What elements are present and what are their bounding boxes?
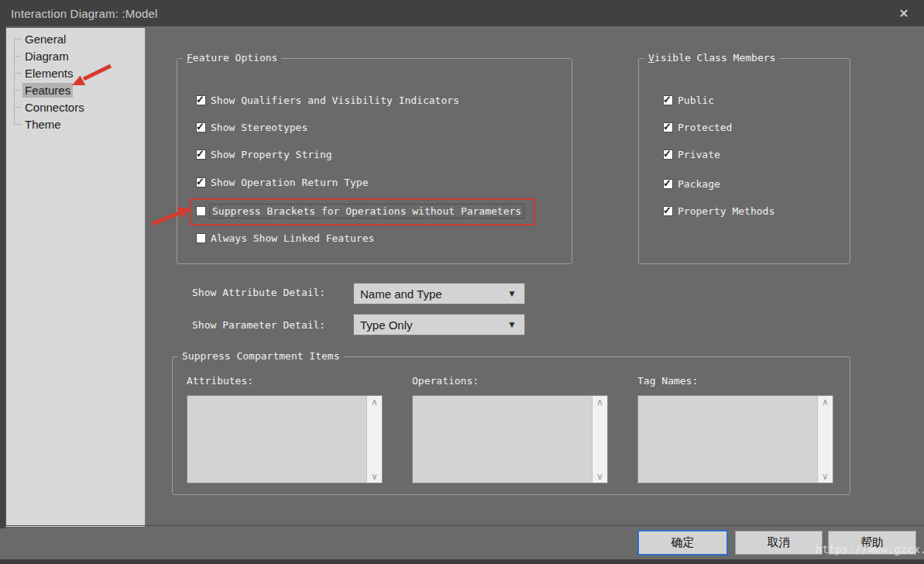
title-bar: Interaction Diagram: :Model ✕ xyxy=(0,0,924,26)
scroll-down-icon[interactable]: ∨ xyxy=(596,470,603,483)
tree-stub xyxy=(14,90,21,91)
checkbox-show-property-string[interactable]: ✓ xyxy=(196,150,206,160)
scroll-up-icon[interactable]: ∧ xyxy=(822,396,829,408)
scroll-up-icon[interactable]: ∧ xyxy=(371,396,378,408)
mnemonic-letter: V xyxy=(648,52,654,64)
scroll-down-icon[interactable]: ∨ xyxy=(822,470,829,483)
window-title: Interaction Diagram: :Model xyxy=(11,7,158,20)
chevron-down-icon: ▼ xyxy=(507,288,517,299)
checkbox-label[interactable]: Show Stereotypes xyxy=(211,122,307,133)
selected-value: Name and Type xyxy=(360,287,507,301)
check-icon: ✓ xyxy=(196,148,204,160)
feature-options-group: Feature Options ✓ Show Qualifiers and Vi… xyxy=(177,58,572,264)
parameter-detail-select[interactable]: Type Only ▼ xyxy=(353,314,525,335)
check-icon: ✓ xyxy=(663,94,672,105)
checkbox-row-private: ✓ Private xyxy=(663,146,720,163)
attributes-listbox[interactable]: ∧ ∨ xyxy=(187,395,383,483)
checkbox-always-show-linked[interactable]: ✓ xyxy=(196,233,206,243)
checkbox-row-show-stereotypes: ✓ Show Stereotypes xyxy=(196,119,307,136)
parameter-detail-label: Show Parameter Detail: xyxy=(192,319,325,331)
attribute-detail-select[interactable]: Name and Type ▼ xyxy=(353,283,525,304)
tag-names-listbox[interactable]: ∧ ∨ xyxy=(637,395,833,483)
tree-stub xyxy=(14,56,21,57)
scroll-up-icon[interactable]: ∧ xyxy=(596,396,603,408)
visible-class-members-group: Visible Class Members ✓ Public ✓ Protect… xyxy=(638,58,850,264)
parameter-detail-row: Show Parameter Detail: xyxy=(192,314,325,335)
checkbox-label[interactable]: Private xyxy=(678,149,720,160)
sidebar-item-connectors[interactable]: Connectors xyxy=(6,98,145,115)
dialog-window: Interaction Diagram: :Model ✕ General Di… xyxy=(0,0,924,564)
checkbox-label[interactable]: Show Property String xyxy=(211,149,332,160)
attribute-detail-label: Show Attribute Detail: xyxy=(192,287,325,298)
checkbox-label[interactable]: Property Methods xyxy=(678,205,775,217)
check-icon: ✓ xyxy=(663,177,672,189)
checkbox-label[interactable]: Show Operation Return Type xyxy=(211,177,369,188)
sidebar-item-label[interactable]: Connectors xyxy=(22,100,87,115)
title-rest: isible Class Members xyxy=(654,52,776,64)
checkbox-public[interactable]: ✓ xyxy=(663,95,673,105)
sidebar-item-label[interactable]: Features xyxy=(22,83,73,98)
checkbox-package[interactable]: ✓ xyxy=(663,179,673,189)
attributes-list-label: Attributes: xyxy=(187,375,253,387)
scrollbar[interactable]: ∧ ∨ xyxy=(366,396,382,483)
scrollbar[interactable]: ∧ ∨ xyxy=(592,396,607,483)
settings-sidebar: General Diagram Elements Features Connec… xyxy=(5,27,146,528)
check-icon: ✓ xyxy=(663,121,672,132)
checkbox-row-show-operation-return-type: ✓ Show Operation Return Type xyxy=(196,174,369,191)
checkbox-row-property-methods: ✓ Property Methods xyxy=(663,202,775,219)
check-icon: ✓ xyxy=(663,148,672,160)
watermark-text: https://www.gzcx.net xyxy=(816,543,924,555)
operations-list-label: Operations: xyxy=(412,375,479,387)
tree-stub xyxy=(14,107,21,108)
checkbox-row-public: ✓ Public xyxy=(663,91,714,108)
chevron-down-icon: ▼ xyxy=(507,319,517,330)
settings-tree: General Diagram Elements Features Connec… xyxy=(6,29,145,132)
checkbox-property-methods[interactable]: ✓ xyxy=(663,206,673,216)
sidebar-item-general[interactable]: General xyxy=(6,30,145,47)
check-icon: ✓ xyxy=(196,94,204,105)
close-icon[interactable]: ✕ xyxy=(893,3,915,23)
sidebar-item-elements[interactable]: Elements xyxy=(6,64,145,81)
sidebar-item-diagram[interactable]: Diagram xyxy=(6,47,145,64)
sidebar-item-label[interactable]: Elements xyxy=(22,66,76,81)
selected-value: Type Only xyxy=(360,318,507,332)
checkbox-private[interactable]: ✓ xyxy=(663,150,673,160)
checkbox-label[interactable]: Package xyxy=(678,178,720,190)
checkbox-show-qualifiers[interactable]: ✓ xyxy=(196,95,206,105)
window-bottom-edge xyxy=(0,559,924,564)
checkbox-label[interactable]: Always Show Linked Features xyxy=(211,232,374,244)
mnemonic-letter: F xyxy=(187,52,193,64)
footer-divider xyxy=(0,525,924,526)
checkbox-row-show-property-string: ✓ Show Property String xyxy=(196,146,332,163)
tree-stub xyxy=(14,73,21,74)
suppress-compartment-title: Suppress Compartment Items xyxy=(178,350,344,362)
checkbox-show-operation-return-type[interactable]: ✓ xyxy=(196,177,206,187)
check-icon: ✓ xyxy=(196,176,204,187)
checkbox-label[interactable]: Public xyxy=(678,95,714,106)
scroll-down-icon[interactable]: ∨ xyxy=(371,470,378,483)
sidebar-item-label[interactable]: Theme xyxy=(22,117,64,132)
scrollbar[interactable]: ∧ ∨ xyxy=(817,396,833,483)
check-icon: ✓ xyxy=(663,205,672,216)
operations-listbox[interactable]: ∧ ∨ xyxy=(412,395,608,483)
attribute-detail-row: Show Attribute Detail: xyxy=(192,281,325,303)
checkbox-row-always-show-linked: ✓ Always Show Linked Features xyxy=(196,229,374,246)
checkbox-protected[interactable]: ✓ xyxy=(663,122,673,132)
checkbox-row-show-qualifiers: ✓ Show Qualifiers and Visibility Indicat… xyxy=(196,91,459,108)
ok-button[interactable]: 确定 xyxy=(637,530,728,555)
visible-class-members-title: Visible Class Members xyxy=(644,52,779,64)
checkbox-show-stereotypes[interactable]: ✓ xyxy=(196,122,206,132)
checkbox-label[interactable]: Show Qualifiers and Visibility Indicator… xyxy=(211,95,459,106)
sidebar-item-label[interactable]: Diagram xyxy=(22,49,71,64)
sidebar-item-theme[interactable]: Theme xyxy=(6,115,145,132)
sidebar-item-features[interactable]: Features xyxy=(6,81,145,98)
title-rest: eature Options xyxy=(193,52,278,64)
tag-names-list-label: Tag Names: xyxy=(637,375,698,387)
tree-stub xyxy=(14,39,21,40)
sidebar-item-label[interactable]: General xyxy=(22,32,68,46)
cancel-button[interactable]: 取消 xyxy=(735,531,823,555)
window-left-edge xyxy=(0,26,5,528)
checkbox-row-package: ✓ Package xyxy=(663,175,720,192)
feature-options-title: Feature Options xyxy=(183,52,281,64)
checkbox-label[interactable]: Protected xyxy=(678,122,732,133)
